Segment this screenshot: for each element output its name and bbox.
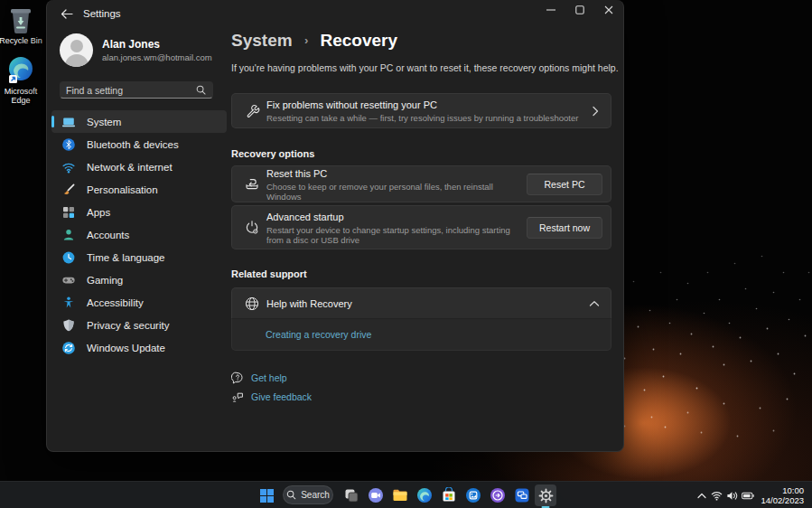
advanced-startup-card: Advanced startup Restart your device to … <box>231 205 611 249</box>
search-input[interactable] <box>61 85 196 96</box>
edge-icon <box>416 487 433 503</box>
sidebar: Alan Jones alan.jones.wm@hotmail.com <box>47 27 231 451</box>
search-icon <box>196 85 206 95</box>
start-button[interactable] <box>256 484 277 506</box>
sidebar-item-label: Apps <box>87 207 110 218</box>
accessibility-icon <box>61 296 76 310</box>
give-feedback-icon <box>231 390 244 403</box>
recovery-page: System › Recovery If you're having probl… <box>231 27 625 451</box>
get-help-icon <box>231 372 244 384</box>
taskbar: Search <box>0 481 812 508</box>
sidebar-item-accounts[interactable]: Accounts <box>51 223 227 246</box>
sidebar-item-network[interactable]: Network & internet <box>51 155 227 178</box>
sidebar-item-accessibility[interactable]: Accessibility <box>51 291 227 314</box>
settings-taskbar-button[interactable] <box>535 484 556 506</box>
reset-pc-button[interactable]: Reset PC <box>527 174 602 195</box>
close-icon <box>604 5 613 14</box>
desktop-icon-label: Recycle Bin <box>0 36 44 45</box>
recovery-options-heading: Recovery options <box>231 148 314 159</box>
help-with-recovery-card: Help with Recovery Creating a recovery d… <box>231 287 611 351</box>
give-feedback-link[interactable]: Give feedback <box>231 390 312 403</box>
user-profile[interactable]: Alan Jones alan.jones.wm@hotmail.com <box>60 33 212 67</box>
restart-now-button[interactable]: Restart now <box>527 217 602 239</box>
maximize-button[interactable] <box>565 0 594 20</box>
recycle-bin-icon <box>7 5 34 34</box>
page-intro: If you're having problems with your PC o… <box>231 62 619 73</box>
get-started-icon <box>490 487 506 503</box>
pinned-app-blue-icon <box>465 487 481 503</box>
sidebar-item-label: Personalisation <box>87 184 158 195</box>
battery-status[interactable] <box>740 482 755 508</box>
advanced-startup-icon <box>244 220 260 236</box>
sidebar-item-windows-update[interactable]: Windows Update <box>51 336 227 359</box>
taskbar-search-label: Search <box>301 490 330 500</box>
user-email: alan.jones.wm@hotmail.com <box>102 52 212 62</box>
minimize-icon <box>546 5 555 14</box>
network-icon <box>61 160 76 174</box>
sidebar-item-gaming[interactable]: Gaming <box>51 268 227 291</box>
system-tray: 10:00 14/02/2023 <box>694 482 812 508</box>
get-help-link[interactable]: Get help <box>231 372 287 384</box>
close-button[interactable] <box>594 0 623 20</box>
minimize-button[interactable] <box>537 0 565 20</box>
settings-search[interactable] <box>60 81 213 99</box>
sidebar-nav: System Bluetooth & devices Network & int… <box>47 110 231 359</box>
sidebar-item-personalisation[interactable]: Personalisation <box>51 178 227 201</box>
chevron-up-icon <box>697 493 706 499</box>
edge-icon <box>7 56 34 85</box>
store-icon <box>441 487 457 503</box>
settings-window: Settings Alan Jones alan.jones.wm@hotm <box>46 0 624 452</box>
desktop-icon-edge[interactable]: Microsoft Edge <box>0 56 44 105</box>
search-icon <box>286 490 296 500</box>
breadcrumb-system[interactable]: System <box>231 31 293 50</box>
windows-update-icon <box>61 341 76 355</box>
breadcrumb-separator: › <box>304 33 308 47</box>
get-started-button[interactable] <box>487 484 509 506</box>
give-feedback-label[interactable]: Give feedback <box>251 391 312 402</box>
sidebar-item-privacy[interactable]: Privacy & security <box>51 314 227 336</box>
hidden-icons-button[interactable] <box>694 482 709 508</box>
sidebar-item-label: Accounts <box>87 230 129 240</box>
file-explorer-icon <box>392 487 408 503</box>
desktop: Recycle Bin Microsoft Edge Settings <box>0 0 812 508</box>
reset-pc-icon <box>244 176 260 193</box>
taskbar-search[interactable]: Search <box>283 485 333 504</box>
taskbar-clock[interactable]: 10:00 14/02/2023 <box>761 485 804 505</box>
desktop-icon-label: Microsoft <box>0 87 44 96</box>
desktop-icon-label: Edge <box>0 96 44 105</box>
sidebar-item-apps[interactable]: Apps <box>51 201 227 223</box>
sidebar-item-label: Accessibility <box>87 297 144 308</box>
sidebar-item-bluetooth[interactable]: Bluetooth & devices <box>51 133 227 155</box>
chat-button[interactable] <box>365 484 387 506</box>
desktop-icon-recycle-bin[interactable]: Recycle Bin <box>0 5 44 45</box>
bluetooth-icon <box>61 137 76 152</box>
wifi-status[interactable] <box>709 482 724 508</box>
chevron-up-icon <box>589 300 600 307</box>
card-title: Fix problems without resetting your PC <box>266 99 583 110</box>
sidebar-item-system[interactable]: System <box>51 110 227 133</box>
wrench-icon <box>244 103 260 119</box>
sidebar-item-label: Time & language <box>87 252 165 263</box>
pinned-app-blue-button[interactable] <box>462 484 484 506</box>
file-explorer-button[interactable] <box>389 484 411 506</box>
edge-button[interactable] <box>414 484 435 506</box>
time-language-icon <box>61 250 76 265</box>
volume-status[interactable] <box>724 482 740 508</box>
pinned-app-screens-button[interactable] <box>511 484 533 506</box>
chat-icon <box>368 487 384 503</box>
card-title: Help with Recovery <box>266 298 520 309</box>
help-expander-header[interactable]: Help with Recovery <box>231 287 611 319</box>
recovery-drive-link[interactable]: Creating a recovery drive <box>266 329 371 340</box>
back-button[interactable] <box>56 4 78 24</box>
task-view-button[interactable] <box>341 484 362 506</box>
user-name: Alan Jones <box>102 38 212 51</box>
sidebar-item-time-language[interactable]: Time & language <box>51 246 227 268</box>
store-button[interactable] <box>438 484 460 506</box>
system-icon <box>61 115 76 129</box>
clock-date: 14/02/2023 <box>761 495 804 505</box>
breadcrumb: System › Recovery <box>231 31 397 51</box>
fix-problems-card[interactable]: Fix problems without resetting your PC R… <box>231 93 611 128</box>
sidebar-item-label: Windows Update <box>87 343 165 353</box>
get-help-label[interactable]: Get help <box>251 372 287 383</box>
card-title: Advanced startup <box>266 211 520 221</box>
